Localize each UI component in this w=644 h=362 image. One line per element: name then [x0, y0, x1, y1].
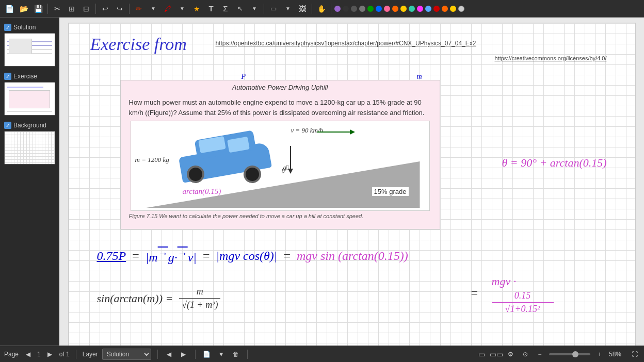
eq1-mid: |m→g·→v| — [146, 248, 197, 265]
color-yellow[interactable] — [400, 6, 407, 12]
sigma-button[interactable]: Σ — [219, 3, 232, 15]
sidebar-thumb-solution — [4, 33, 55, 67]
figure-img-area: m = 1200 kg v = 90 km/h g⃗ θ — [131, 121, 430, 211]
prev-page-button[interactable]: ◀ — [23, 349, 33, 359]
color-red[interactable] — [433, 6, 440, 12]
layer-label: Layer — [83, 351, 98, 358]
shapes-dropdown[interactable]: ▼ — [282, 3, 294, 15]
copy-button[interactable]: ⊞ — [66, 3, 78, 15]
grade-label: 15% grade — [372, 187, 409, 196]
pen-button[interactable]: ✏ — [133, 3, 145, 15]
view-single-button[interactable]: ▭ — [477, 349, 487, 359]
sidebar-thumb-background — [4, 131, 55, 164]
figure-problem-text: How much power must an automobile engine… — [121, 94, 440, 121]
canvas-area[interactable]: Exercise from https://opentextbc.ca/univ… — [59, 18, 644, 345]
insert-page-dropdown[interactable]: ▼ — [216, 349, 227, 359]
exercise-heading: Exercise from — [90, 35, 187, 54]
eq1-eq3: = — [283, 249, 291, 263]
redo-button[interactable]: ↪ — [114, 3, 126, 15]
highlight-dropdown[interactable]: ▼ — [176, 3, 188, 15]
page-num: 1 — [37, 351, 41, 358]
theta-equation: θ = 90° + arctan(0.15) — [502, 156, 607, 170]
select-dropdown[interactable]: ▼ — [248, 3, 261, 15]
main-area: ✓ Solution ✓ Exercise — [0, 18, 644, 345]
color-gray[interactable] — [359, 6, 365, 12]
color-yellow2[interactable] — [450, 6, 456, 12]
sidebar-label-solution: Solution — [13, 24, 36, 31]
settings-button[interactable]: ⚙ — [506, 349, 516, 359]
move-button[interactable]: ✋ — [315, 3, 328, 15]
sidebar-label-background: Background — [13, 122, 46, 129]
zoom-slider[interactable] — [549, 353, 590, 355]
color-purple[interactable] — [334, 6, 341, 12]
eq1-right2: mgv sin (arctan(0.15)) — [297, 249, 408, 263]
pen-dropdown[interactable]: ▼ — [147, 3, 159, 15]
color-lightblue[interactable] — [425, 6, 431, 12]
eq2-left: sin(arctan(m)) = — [97, 292, 173, 305]
fullscreen-button[interactable]: ⛶ — [630, 349, 640, 359]
color-pink[interactable] — [384, 6, 390, 12]
nav-forward-button[interactable]: ▶ — [179, 349, 189, 359]
toolbar: 📄 📂 💾 ✂ ⊞ ⊟ ↩ ↪ ✏ ▼ 🖍 ▼ ★ T Σ ↖ ▼ ▭ ▼ 🖼 … — [0, 0, 644, 18]
select-button[interactable]: ↖ — [234, 3, 246, 15]
undo-button[interactable]: ↩ — [99, 3, 111, 15]
delete-page-button[interactable]: 🗑 — [231, 349, 241, 359]
star-button[interactable]: ★ — [190, 3, 203, 15]
sidebar-check-background: ✓ — [4, 122, 11, 129]
color-orange2[interactable] — [442, 6, 448, 12]
eq1-left: 0.75P — [97, 249, 126, 263]
figure-title: Automotive Power Driving Uphill — [121, 80, 440, 94]
nav-back-button[interactable]: ◀ — [164, 349, 174, 359]
exercise-url[interactable]: https://opentextbc.ca/universityphysicsv… — [216, 40, 476, 47]
next-page-button[interactable]: ▶ — [45, 349, 55, 359]
layer-dropdown[interactable]: Solution Exercise Background — [102, 349, 151, 360]
cc-url[interactable]: https://creativecommons.org/licenses/by/… — [494, 55, 606, 61]
open-button[interactable]: 📂 — [18, 3, 30, 15]
eq1-right1: |mgv cos(θ)| — [216, 249, 277, 263]
mass-label: m = 1200 kg — [135, 156, 169, 164]
color-black[interactable] — [343, 6, 349, 12]
save-button[interactable]: 💾 — [32, 3, 44, 15]
eq1-eq2: = — [203, 249, 210, 263]
sidebar-item-solution[interactable]: ✓ Solution — [2, 22, 57, 69]
eq-row-1: 0.75P = |m→g·→v| = |mgv cos(θ)| = mgv si… — [97, 248, 408, 265]
frac-den: √(1 + m²) — [182, 299, 218, 310]
arctan-label: arctan(0.15) — [183, 187, 221, 196]
color-magenta[interactable] — [417, 6, 423, 12]
view-dual-button[interactable]: ▭▭ — [491, 349, 502, 359]
zoom-percent: 58% — [609, 351, 621, 358]
sidebar-label-exercise: Exercise — [13, 73, 37, 80]
eq2-fraction: m √(1 + m²) — [179, 286, 220, 310]
eq1-eq1: = — [132, 249, 139, 263]
of-label: of 1 — [59, 351, 70, 358]
color-white[interactable] — [458, 6, 464, 12]
page-label: Page — [4, 351, 19, 358]
insert-page-button[interactable]: 📄 — [202, 349, 212, 359]
paste-button[interactable]: ⊟ — [80, 3, 92, 15]
zoom-in-button[interactable]: + — [594, 349, 605, 359]
shapes-button[interactable]: ▭ — [267, 3, 280, 15]
cut-button[interactable]: ✂ — [51, 3, 63, 15]
color-orange[interactable] — [392, 6, 398, 12]
color-teal[interactable] — [409, 6, 415, 12]
eq-row-2-right-eq: = — [471, 286, 478, 300]
figure-caption: Figure 7.15 We want to calculate the pow… — [121, 211, 440, 221]
color-green[interactable] — [367, 6, 374, 12]
sidebar-item-exercise[interactable]: ✓ Exercise — [2, 71, 57, 118]
fit-page-button[interactable]: ⊙ — [520, 349, 530, 359]
highlighter-button[interactable]: 🖍 — [162, 3, 174, 15]
color-darkgray[interactable] — [351, 6, 357, 12]
color-blue[interactable] — [376, 6, 382, 12]
velocity-label: v = 90 km/h — [291, 126, 324, 135]
eq-mgv-frac: mgv · 0.15 √1+0.15² — [492, 275, 554, 315]
new-doc-button[interactable]: 📄 — [3, 3, 15, 15]
sidebar-thumb-exercise — [4, 82, 55, 116]
sidebar-item-background[interactable]: ✓ Background — [2, 120, 57, 167]
eq-row-2: sin(arctan(m)) = m √(1 + m²) — [97, 286, 221, 310]
sidebar-check-exercise: ✓ — [4, 73, 11, 80]
insert-image-button[interactable]: 🖼 — [296, 3, 309, 15]
text-button[interactable]: T — [205, 3, 217, 15]
sidebar: ✓ Solution ✓ Exercise — [0, 18, 59, 345]
frac-num: m — [197, 286, 203, 298]
zoom-out-button[interactable]: − — [535, 349, 545, 359]
